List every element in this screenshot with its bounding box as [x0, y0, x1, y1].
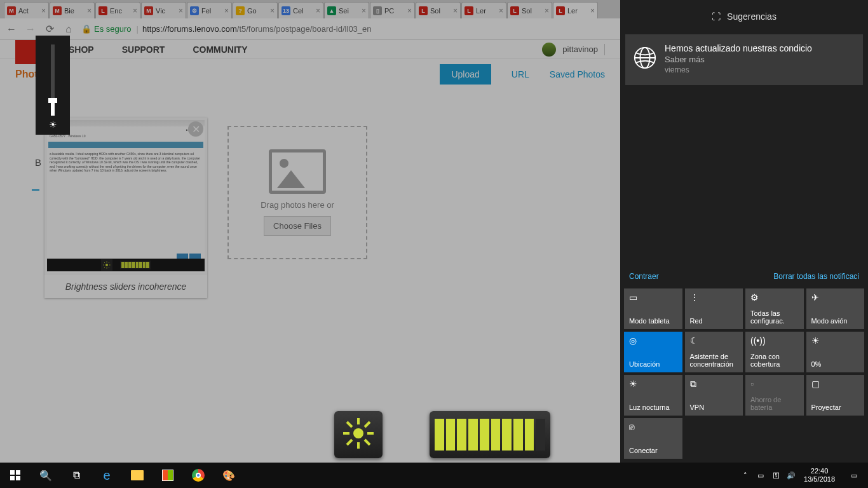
favicon: ▲ — [327, 6, 336, 15]
expand-icon[interactable]: ⛶ — [712, 11, 721, 22]
quick-action-tile[interactable]: ⎚Conectar — [624, 418, 682, 459]
chrome-app-icon[interactable] — [183, 463, 214, 488]
favicon: L — [98, 6, 107, 15]
brightness-handle[interactable] — [48, 98, 57, 103]
tile-label: Proyectar — [811, 403, 860, 412]
close-tab-icon[interactable]: × — [407, 6, 412, 15]
secure-badge: 🔒 Es seguro — [81, 24, 132, 34]
close-tab-icon[interactable]: × — [41, 6, 46, 15]
tile-label: Conectar — [629, 447, 677, 455]
quick-action-tile[interactable]: ☀0% — [806, 332, 865, 372]
tray-chevron-icon[interactable]: ˄ — [738, 463, 753, 488]
tab-label: Go — [247, 7, 257, 15]
avatar[interactable] — [542, 43, 556, 57]
close-tab-icon[interactable]: × — [590, 6, 595, 15]
battery-icon[interactable]: ▭ — [753, 463, 768, 488]
thumbnail-caption[interactable]: Brightness sliders incoherence — [44, 275, 207, 298]
start-button[interactable] — [0, 463, 31, 488]
back-icon[interactable]: ← — [5, 23, 18, 36]
browser-tab[interactable]: LEnc× — [95, 2, 140, 18]
wifi-icon[interactable]: ⚿ — [768, 463, 783, 488]
browser-tab[interactable]: MBie× — [50, 2, 95, 18]
quick-action-tile[interactable]: ✈Modo avión — [806, 288, 865, 329]
store-app-icon[interactable] — [153, 463, 183, 488]
notification-title: Hemos actualizado nuestras condicio — [665, 43, 854, 53]
choose-files-button[interactable]: Choose Files — [264, 216, 331, 236]
saved-photos-tab[interactable]: Saved Photos — [550, 69, 605, 79]
svg-rect-22 — [16, 470, 20, 475]
tile-label: 0% — [811, 360, 860, 369]
browser-tab[interactable]: LSol× — [416, 2, 461, 18]
close-tab-icon[interactable]: × — [224, 6, 229, 15]
forward-icon[interactable]: → — [24, 23, 37, 36]
quick-action-tile[interactable]: ☾Asistente de concentración — [685, 332, 743, 372]
close-tab-icon[interactable]: × — [179, 6, 183, 15]
browser-tab[interactable]: ⚙Fel× — [187, 2, 232, 18]
explorer-app-icon[interactable] — [122, 463, 153, 488]
quick-action-tile[interactable]: ☀Luz nocturna — [624, 375, 682, 416]
username[interactable]: pittavinop — [562, 44, 598, 54]
browser-tab[interactable]: 13Cel× — [278, 2, 323, 18]
browser-tab[interactable]: ▲Sei× — [324, 2, 369, 18]
close-tab-icon[interactable]: × — [316, 6, 320, 15]
close-tab-icon[interactable]: × — [545, 6, 549, 15]
quick-action-tile[interactable]: ((•))Zona con cobertura — [745, 332, 804, 372]
close-tab-icon[interactable]: × — [362, 6, 366, 15]
reload-icon[interactable]: ⟳ — [43, 23, 56, 36]
browser-tab[interactable]: LLer× — [461, 2, 506, 18]
brightness-track[interactable] — [51, 44, 55, 116]
svg-line-17 — [365, 422, 370, 427]
url-tab[interactable]: URL — [512, 69, 529, 79]
action-center-button[interactable]: ▭ — [840, 463, 868, 488]
quick-action-tile[interactable]: ⧉VPN — [685, 375, 743, 416]
secure-label: Es seguro — [94, 24, 132, 34]
paint-app-icon[interactable]: 🎨 — [214, 463, 244, 488]
close-tab-icon[interactable]: × — [453, 6, 458, 15]
clear-all-link[interactable]: Borrar todas las notificaci — [773, 272, 859, 281]
brightness-slider-popup[interactable]: ☀ — [36, 36, 70, 135]
nav-community[interactable]: COMMUNITY — [193, 44, 247, 55]
quick-action-tile[interactable]: ⋮Red — [685, 288, 743, 329]
close-tab-icon[interactable]: × — [133, 6, 137, 15]
tile-label: Todas las configurac. — [750, 309, 799, 325]
upload-dropzone[interactable]: Drag photos here or Choose Files — [227, 126, 367, 259]
clock[interactable]: 22:40 13/5/2018 — [799, 467, 840, 484]
browser-tab[interactable]: LSol× — [507, 2, 552, 18]
tile-icon: ⋮ — [690, 292, 738, 304]
task-view-button[interactable]: ⧉ — [61, 463, 92, 488]
home-icon[interactable]: ⌂ — [62, 23, 75, 36]
uploaded-thumbnail[interactable]: ✕ COMMUNITY● pittavinop G450-0577 · Wind… — [44, 118, 207, 298]
browser-tab[interactable]: LLer× — [553, 2, 598, 18]
tile-icon: ((•)) — [750, 336, 799, 347]
close-tab-icon[interactable]: × — [270, 6, 275, 15]
quick-action-tile[interactable]: ▭Modo tableta — [624, 288, 682, 329]
breadcrumb-letter: B — [35, 157, 41, 168]
tab-label: Sol — [522, 7, 532, 15]
upload-button[interactable]: Upload — [440, 64, 491, 85]
browser-tab[interactable]: ▯PC× — [370, 2, 415, 18]
browser-tab[interactable]: MVic× — [141, 2, 186, 18]
tab-label: Fel — [201, 7, 211, 15]
notification-subtitle: Saber más — [665, 55, 854, 64]
tab-label: PC — [384, 7, 394, 15]
remove-thumbnail-button[interactable]: ✕ — [188, 121, 203, 137]
nav-support[interactable]: SUPPORT — [122, 44, 165, 55]
browser-tab[interactable]: ?Go× — [233, 2, 278, 18]
edge-app-icon[interactable]: e — [92, 463, 122, 488]
tile-label: Modo avión — [811, 317, 860, 325]
quick-action-tile[interactable]: ▢Proyectar — [806, 375, 865, 416]
notification-time: viernes — [665, 65, 854, 74]
quick-action-tile[interactable]: ◎Ubicación — [624, 332, 682, 372]
search-button[interactable]: 🔍 — [31, 463, 61, 488]
close-tab-icon[interactable]: × — [499, 6, 503, 15]
notification-card[interactable]: Hemos actualizado nuestras condicio Sabe… — [625, 34, 863, 85]
url-field[interactable]: 🔒 Es seguro | https://forums.lenovo.com … — [81, 24, 615, 34]
quick-action-tile[interactable]: ⚙Todas las configurac. — [745, 288, 804, 329]
volume-icon[interactable]: 🔊 — [783, 463, 799, 488]
tile-label: VPN — [690, 403, 738, 412]
close-tab-icon[interactable]: × — [87, 6, 92, 15]
nav-shop[interactable]: SHOP — [69, 44, 94, 55]
browser-tab[interactable]: MAct× — [4, 2, 49, 18]
collapse-link[interactable]: Contraer — [629, 272, 659, 281]
quick-action-tiles: ▭Modo tableta⋮Red⚙Todas las configurac.✈… — [620, 286, 868, 463]
